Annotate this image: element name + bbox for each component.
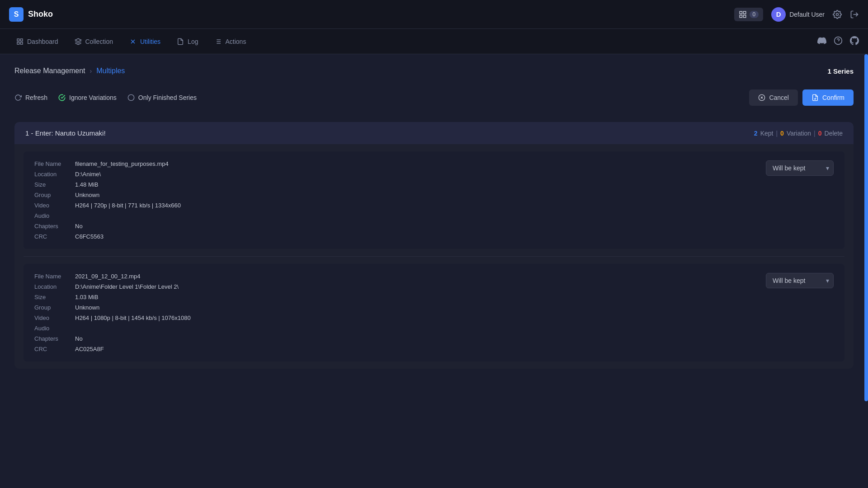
svg-rect-2 [740,15,742,17]
file-row-size-1: Size 1.48 MiB [34,181,755,188]
file-row-group-2: Group Unknown [34,304,755,311]
nav-log[interactable]: Log [170,34,205,49]
dashboard-icon [16,38,24,45]
label-filename-1: File Name [34,160,75,167]
action-select-2[interactable]: Will be kept Will be deleted [766,273,834,288]
action-select-1[interactable]: Will be kept Will be deleted [766,160,834,176]
help-icon[interactable] [834,36,843,47]
nav-dashboard[interactable]: Dashboard [9,34,66,49]
app-name: Shoko [28,9,53,19]
file-row-audio-1: Audio [34,212,755,219]
file-row-crc-2: CRC AC025A8F [34,346,755,352]
confirm-label: Confirm [822,94,844,101]
discord-icon[interactable] [817,36,826,47]
file-info-2: File Name 2021_09_12_00_12.mp4 Location … [34,273,755,352]
settings-button[interactable] [833,10,842,19]
file-row-filename-1: File Name filename_for_testing_purposes.… [34,160,755,167]
scrollbar-thumb[interactable] [864,54,868,401]
file-row-location-2: Location D:\Anime\Folder Level 1\Folder … [34,283,755,290]
refresh-button[interactable]: Refresh [14,94,47,101]
series-header: 1 - Enter: Naruto Uzumaki! 2 Kept | 0 Va… [14,122,854,144]
avatar: D [771,7,786,22]
svg-rect-9 [20,42,23,44]
value-crc-1: C6FC5563 [75,233,104,240]
ignore-variations-button[interactable]: Ignore Variations [58,94,117,101]
divider [24,256,844,257]
label-filename-2: File Name [34,273,75,280]
user-button[interactable]: D Default User [771,7,825,22]
stat-kept-value: 2 [754,130,758,137]
only-finished-button[interactable]: Only Finished Series [127,94,197,101]
scrollbar-track [864,54,868,488]
nav-actions[interactable]: Actions [207,34,253,49]
collection-icon [75,38,82,45]
nav-collection[interactable]: Collection [67,34,120,49]
cancel-label: Cancel [769,94,789,101]
label-crc-2: CRC [34,346,75,352]
file-card-1: File Name filename_for_testing_purposes.… [24,151,844,249]
topbar: S Shoko 0 D Default User [0,0,868,29]
refresh-icon [14,94,22,101]
logout-icon [850,10,859,19]
value-filename-2: 2021_09_12_00_12.mp4 [75,273,141,280]
series-stats: 2 Kept | 0 Variation | 0 Delete [754,130,843,137]
value-filename-1: filename_for_testing_purposes.mp4 [75,160,169,167]
toolbar: Refresh Ignore Variations Only Finished … [14,84,854,111]
logo-box: S [9,7,24,22]
stat-variation-value: 0 [780,130,784,137]
svg-rect-1 [743,11,745,14]
label-chapters-1: Chapters [34,223,75,230]
series-count-value: 1 [827,67,831,75]
file-row-chapters-1: Chapters No [34,223,755,230]
file-info-1: File Name filename_for_testing_purposes.… [34,160,755,240]
circle-icon [127,94,135,101]
value-video-1: H264 | 720p | 8-bit | 771 kb/s | 1334x66… [75,202,181,209]
utilities-icon [129,38,137,45]
stat-delete-label: Delete [825,130,843,137]
check-circle-icon [58,94,66,101]
value-crc-2: AC025A8F [75,346,104,352]
value-video-2: H264 | 1080p | 8-bit | 1454 kb/s | 1076x… [75,314,191,321]
svg-point-4 [836,13,839,15]
label-video-1: Video [34,202,75,209]
label-video-2: Video [34,314,75,321]
label-size-2: Size [34,294,75,300]
svg-rect-6 [17,39,19,41]
svg-rect-0 [740,11,742,14]
actions-icon [214,38,222,45]
content-panel: 1 - Enter: Naruto Uzumaki! 2 Kept | 0 Va… [14,122,854,369]
file-row-group-1: Group Unknown [34,192,755,198]
label-chapters-2: Chapters [34,335,75,342]
file-row-location-1: Location D:\Anime\ [34,171,755,178]
label-group-2: Group [34,304,75,311]
action-select-wrapper-2: Will be kept Will be deleted [766,273,834,288]
log-icon [177,38,184,45]
value-chapters-2: No [75,335,83,342]
queue-button[interactable]: 0 [734,8,764,21]
refresh-label: Refresh [25,94,47,101]
svg-rect-3 [743,15,745,17]
value-chapters-1: No [75,223,83,230]
file-row-size-2: Size 1.03 MiB [34,294,755,300]
breadcrumb-root: Release Management [14,67,85,75]
svg-point-20 [128,94,134,100]
ignore-variations-label: Ignore Variations [69,94,117,101]
confirm-icon [811,94,819,101]
topbar-right: 0 D Default User [734,7,859,22]
breadcrumb-current: Multiples [96,67,125,75]
confirm-button[interactable]: Confirm [802,89,854,106]
queue-count: 0 [750,11,759,18]
file-action-2: Will be kept Will be deleted [766,273,834,288]
label-location-2: Location [34,283,75,290]
main-content: Release Management › Multiples 1 Series … [0,54,868,488]
value-size-2: 1.03 MiB [75,294,98,300]
svg-rect-7 [20,39,23,41]
logout-button[interactable] [850,10,859,19]
github-icon[interactable] [850,36,859,47]
user-name: Default User [789,11,825,18]
nav-utilities[interactable]: Utilities [122,34,168,49]
cancel-button[interactable]: Cancel [749,89,798,106]
file-row-chapters-2: Chapters No [34,335,755,342]
grid-icon [739,10,747,19]
label-location-1: Location [34,171,75,178]
